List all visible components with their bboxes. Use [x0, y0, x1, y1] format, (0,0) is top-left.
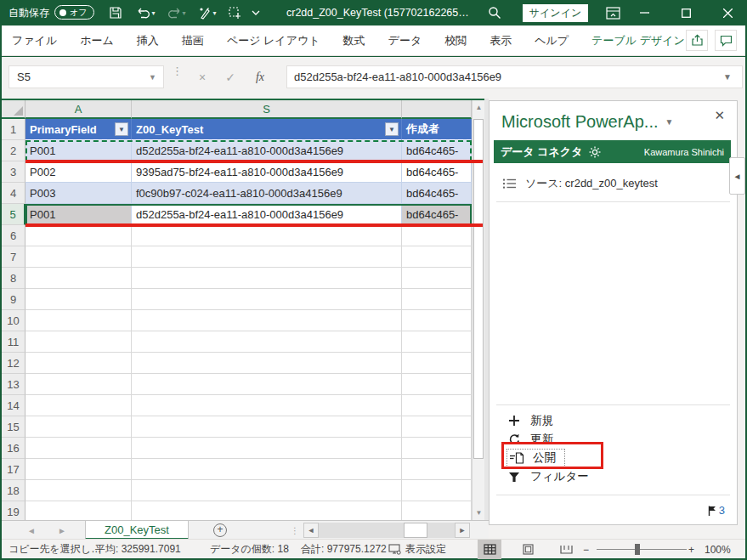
cell-r9c3[interactable]	[402, 289, 472, 310]
redo-dropdown-caret[interactable]: ▾	[182, 9, 185, 17]
name-box-caret[interactable]: ▼	[149, 73, 156, 82]
cell-r2c3[interactable]: bd64c465-	[402, 140, 472, 161]
scroll-down-button[interactable]: ▼	[473, 506, 484, 520]
cell-r15c3[interactable]	[402, 416, 472, 438]
cell-r16c1[interactable]	[25, 438, 132, 459]
column-header-S[interactable]: S	[132, 100, 402, 119]
touch-mode-caret[interactable]: ▾	[212, 9, 216, 17]
cell-r4c2[interactable]: f0c90b97-c024-ea11-a810-000d3a4156e9	[132, 183, 402, 204]
normal-view-button[interactable]	[478, 540, 501, 559]
cell-r6c2[interactable]	[132, 225, 402, 246]
cell-r14c3[interactable]	[402, 395, 472, 416]
cell-r10c2[interactable]	[132, 310, 402, 331]
table-header-cell-1[interactable]: PrimaryField▼	[25, 119, 132, 140]
cell-r19c3[interactable]	[402, 501, 472, 520]
cell-r19c2[interactable]	[132, 501, 402, 520]
record-flag-indicator[interactable]: 3	[708, 504, 725, 517]
row-header-18[interactable]: 18	[2, 480, 25, 501]
save-button[interactable]	[105, 0, 126, 25]
cell-r7c2[interactable]	[132, 246, 402, 268]
row-header-8[interactable]: 8	[2, 268, 25, 289]
search-button[interactable]	[484, 0, 505, 25]
ribbon-tab-挿入[interactable]: 挿入	[137, 33, 159, 48]
cell-r12c1[interactable]	[25, 353, 132, 374]
cell-r6c1[interactable]	[25, 225, 132, 246]
undo-dropdown-caret[interactable]: ▾	[151, 9, 155, 17]
minimize-button[interactable]	[625, 0, 664, 25]
page-break-view-button[interactable]	[554, 540, 578, 559]
cell-r19c1[interactable]	[25, 501, 132, 520]
formula-bar-expand-caret[interactable]: ▼	[723, 72, 732, 82]
ribbon-tab-ページ レイアウト[interactable]: ページ レイアウト	[227, 33, 320, 48]
ribbon-tab-ヘルプ[interactable]: ヘルプ	[535, 33, 569, 48]
cell-r11c1[interactable]	[25, 331, 132, 353]
share-button[interactable]	[686, 30, 708, 51]
formula-input[interactable]: d52d255a-bf24-ea11-a810-000d3a4156e9 ▼	[286, 65, 743, 88]
sign-in-button[interactable]: サインイン	[523, 4, 588, 22]
cell-r5c3[interactable]: bd64c465-	[402, 204, 472, 225]
cell-r8c2[interactable]	[132, 268, 402, 289]
filter-dropdown-button[interactable]: ▼	[115, 122, 128, 136]
panel-options-caret[interactable]: ▼	[665, 117, 674, 127]
column-header-A[interactable]: A	[25, 100, 132, 119]
prev-sheet-button[interactable]: ◄	[27, 521, 36, 540]
select-all-corner[interactable]	[2, 100, 25, 119]
hscroll-right-button[interactable]: ►	[455, 523, 470, 538]
zoom-slider-track[interactable]	[597, 549, 687, 550]
row-header-17[interactable]: 17	[2, 459, 25, 480]
column-header-clipped[interactable]	[402, 100, 472, 119]
scroll-up-button[interactable]: ▲	[473, 100, 484, 115]
add-sheet-button[interactable]: +	[213, 523, 227, 537]
panel-action-filter[interactable]: フィルター	[506, 467, 589, 486]
row-header-12[interactable]: 12	[2, 353, 25, 374]
zoom-in-button[interactable]: +	[688, 540, 694, 559]
table-header-cell-3[interactable]: 作成者	[402, 119, 472, 140]
cell-r12c2[interactable]	[132, 353, 402, 374]
zoom-slider-thumb[interactable]	[635, 544, 640, 555]
touch-mode-button[interactable]: ▾	[194, 0, 221, 25]
maximize-button[interactable]	[666, 0, 705, 25]
gear-icon[interactable]	[589, 146, 601, 158]
display-settings-button[interactable]: 表示設定	[388, 540, 446, 559]
name-box[interactable]: S5 ▼	[8, 65, 164, 88]
cell-r5c2[interactable]: d52d255a-bf24-ea11-a810-000d3a4156e9	[132, 204, 402, 225]
close-button[interactable]	[708, 0, 747, 25]
pane-collapse-button[interactable]: ◄	[729, 157, 745, 195]
formula-bar-splitter[interactable]: ⋮	[172, 68, 183, 74]
cell-r9c2[interactable]	[132, 289, 402, 310]
cell-r8c1[interactable]	[25, 268, 132, 289]
insert-function-button[interactable]: fx	[248, 65, 272, 88]
sheet-tab-z00-keytest[interactable]: Z00_KeyTest	[85, 521, 189, 540]
ribbon-tab-データ[interactable]: データ	[388, 33, 422, 48]
cell-r5c1[interactable]: P001	[25, 204, 132, 225]
cell-r16c2[interactable]	[132, 438, 402, 459]
cell-r13c3[interactable]	[402, 374, 472, 395]
cell-r18c3[interactable]	[402, 480, 472, 501]
cell-r18c1[interactable]	[25, 480, 132, 501]
row-header-9[interactable]: 9	[2, 289, 25, 310]
ribbon-tab-表示[interactable]: 表示	[490, 33, 512, 48]
panel-action-plus[interactable]: 新規	[506, 411, 553, 430]
cell-r12c3[interactable]	[402, 353, 472, 374]
cell-r17c2[interactable]	[132, 459, 402, 480]
cell-r2c1[interactable]: P001	[25, 140, 132, 161]
comments-button[interactable]	[715, 30, 737, 51]
row-header-14[interactable]: 14	[2, 395, 25, 416]
cell-r6c3[interactable]	[402, 225, 472, 246]
ribbon-tab-ファイル[interactable]: ファイル	[12, 33, 57, 48]
page-layout-view-button[interactable]	[516, 540, 540, 559]
cell-r17c1[interactable]	[25, 459, 132, 480]
filter-dropdown-button[interactable]: ▼	[385, 122, 399, 136]
tab-scroll-splitter[interactable]: ⋮	[291, 521, 299, 540]
cell-r16c3[interactable]	[402, 438, 472, 459]
undo-button[interactable]: ▾	[133, 0, 160, 25]
ribbon-tab-数式[interactable]: 数式	[343, 33, 365, 48]
ribbon-tab-校閲[interactable]: 校閲	[444, 33, 467, 48]
row-header-5[interactable]: 5	[2, 204, 25, 225]
cell-r7c1[interactable]	[25, 246, 132, 268]
cancel-entry-button[interactable]: ×	[190, 65, 214, 88]
cell-r10c1[interactable]	[25, 310, 132, 331]
horizontal-scroll-thumb[interactable]	[404, 523, 427, 538]
hscroll-left-button[interactable]: ◄	[303, 523, 319, 538]
horizontal-scrollbar[interactable]	[319, 523, 455, 538]
